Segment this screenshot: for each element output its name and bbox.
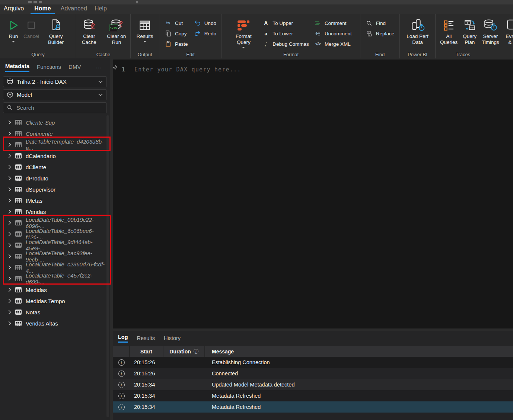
chevron-right-icon[interactable] xyxy=(8,209,11,214)
merge-xml-button[interactable]: </> Merge XML xyxy=(314,39,352,49)
clear-cache-button[interactable]: Clear Cache xyxy=(78,17,101,51)
log-row[interactable]: i 20:15:34 Updated Model Metadata detect… xyxy=(113,379,513,390)
menu-help[interactable]: Help xyxy=(91,5,111,14)
menu-arquivo[interactable]: Arquivo xyxy=(4,5,28,14)
log-header-duration[interactable]: Duration i xyxy=(163,346,205,357)
chevron-right-icon[interactable] xyxy=(8,321,11,326)
table-row[interactable]: LocalDateTable_c2360d76-fcdf-4... xyxy=(0,262,110,273)
chevron-right-icon[interactable] xyxy=(8,265,11,270)
chevron-right-icon[interactable] xyxy=(8,142,11,147)
menu-home[interactable]: Home xyxy=(31,5,54,14)
chevron-right-icon[interactable] xyxy=(8,176,11,180)
sidebar-overflow-icon[interactable]: ··· xyxy=(96,65,102,70)
tab-log[interactable]: Log xyxy=(118,334,128,343)
results-output-button[interactable]: Results xyxy=(136,17,153,51)
load-perf-data-button[interactable]: Load Perf Data xyxy=(404,17,432,51)
search-input[interactable] xyxy=(16,105,91,111)
chevron-right-icon[interactable] xyxy=(8,232,11,236)
table-row[interactable]: DateTableTemplate_d4203a8b-a... xyxy=(0,139,110,150)
format-query-caret[interactable] xyxy=(242,47,245,48)
tab-dmv[interactable]: DMV xyxy=(68,64,81,72)
uncomment-button[interactable]: Uncomment xyxy=(314,28,352,39)
format-query-button[interactable]: Format Query xyxy=(230,17,257,51)
log-start: 20:15:34 xyxy=(130,393,163,399)
undo-button[interactable]: Undo xyxy=(194,18,216,28)
comment-button[interactable]: Comment xyxy=(314,18,352,28)
chevron-right-icon[interactable] xyxy=(8,243,11,247)
query-builder-button[interactable]: Query Builder xyxy=(43,17,69,51)
database-icon xyxy=(7,78,13,85)
table-row[interactable]: Cliente-Sup xyxy=(0,117,110,128)
table-row[interactable]: dCliente xyxy=(0,161,110,173)
info-icon: i xyxy=(118,371,125,377)
log-header-start[interactable]: Start xyxy=(130,346,163,357)
model-dropdown[interactable]: Model xyxy=(3,89,107,100)
table-row[interactable]: LocalDateTable_bac93fee-9ecb-... xyxy=(0,251,110,262)
to-upper-button[interactable]: A To Upper xyxy=(262,18,309,28)
table-row[interactable]: LocalDateTable_6c06bee6-f126-... xyxy=(0,228,110,240)
query-plan-button[interactable]: Query Plan xyxy=(463,17,477,51)
tab-functions[interactable]: Functions xyxy=(37,64,61,72)
log-row[interactable]: i 20:15:34 Metadata Refreshed xyxy=(113,390,513,401)
table-row[interactable]: dSupervisor xyxy=(0,184,110,195)
run-dropdown-caret[interactable] xyxy=(12,41,15,42)
log-header-message[interactable]: Message xyxy=(205,346,513,357)
chevron-right-icon[interactable] xyxy=(8,288,11,292)
chevron-right-icon[interactable] xyxy=(8,310,11,314)
tab-history[interactable]: History xyxy=(164,335,181,343)
results-dropdown-caret[interactable] xyxy=(143,41,146,42)
table-row[interactable]: Notas xyxy=(0,307,110,318)
table-row[interactable]: fVendas xyxy=(0,206,110,217)
chevron-right-icon[interactable] xyxy=(8,165,11,169)
chevron-right-icon[interactable] xyxy=(8,154,11,158)
chevron-right-icon[interactable] xyxy=(8,299,11,303)
table-row[interactable]: Medidas xyxy=(0,284,110,295)
splitter[interactable] xyxy=(110,58,113,420)
clear-on-run-button[interactable]: AUTO Clear on Run xyxy=(104,17,129,51)
chevron-right-icon[interactable] xyxy=(8,198,11,203)
tab-results[interactable]: Results xyxy=(137,335,155,343)
dax-editor[interactable]: 1 Enter your DAX query here... xyxy=(113,60,513,328)
duration-info-icon[interactable]: i xyxy=(194,349,198,354)
pin-icon[interactable] xyxy=(113,65,118,70)
server-timings-button[interactable]: Server Timings xyxy=(482,17,499,51)
log-row[interactable]: i 20:15:26 Connected xyxy=(113,368,513,379)
chevron-right-icon[interactable] xyxy=(8,120,11,125)
table-row[interactable]: LocalDateTable_9df464eb-45e9-... xyxy=(0,240,110,251)
redo-button[interactable]: Redo xyxy=(194,28,216,39)
copy-button[interactable]: Copy xyxy=(165,28,188,39)
find-button[interactable]: Find xyxy=(366,18,395,28)
all-queries-button[interactable]: All Queries xyxy=(440,17,458,51)
table-row[interactable]: LocalDateTable_00b19c22-6096-... xyxy=(0,217,110,228)
log-row-selected[interactable]: i 20:15:34 Metadata Refreshed xyxy=(113,401,513,413)
log-row[interactable]: i 20:15:26 Establishing Connection xyxy=(113,357,513,368)
menu-advanced[interactable]: Advanced xyxy=(57,5,91,14)
table-row[interactable]: Vendas Altas xyxy=(0,318,110,329)
table-icon xyxy=(15,164,22,170)
cut-button[interactable]: ✂ Cut xyxy=(165,18,188,28)
search-box[interactable] xyxy=(3,102,107,113)
chevron-right-icon[interactable] xyxy=(8,187,11,192)
run-button[interactable]: Run xyxy=(7,17,20,51)
table-row[interactable]: dCalendario xyxy=(0,150,110,161)
paste-button[interactable]: Paste xyxy=(165,39,188,49)
table-row[interactable]: dProduto xyxy=(0,173,110,184)
to-lower-button[interactable]: a To Lower xyxy=(262,28,309,39)
debug-commas-button[interactable]: ,˙ Debug Commas xyxy=(262,39,309,49)
table-row[interactable]: LocalDateTable_e457f2c2-d699-... xyxy=(0,273,110,284)
table-icon xyxy=(15,276,22,281)
chevron-right-icon[interactable] xyxy=(8,221,11,225)
table-row[interactable]: Medidas Tempo xyxy=(0,295,110,307)
chevron-right-icon[interactable] xyxy=(8,254,11,259)
table-row[interactable]: fMetas xyxy=(0,195,110,206)
evaluate-button[interactable]: Eva & xyxy=(504,17,513,51)
sidebar-scrollbar[interactable] xyxy=(106,115,109,417)
chevron-right-icon[interactable] xyxy=(8,131,11,136)
output-tabs: Log Results History xyxy=(113,331,513,343)
tab-metadata[interactable]: Metadata xyxy=(5,63,29,72)
table-row[interactable]: Continente xyxy=(0,128,110,139)
connection-dropdown[interactable]: Trilha 2 - Início DAX xyxy=(3,76,107,87)
cancel-button[interactable]: Cancel xyxy=(23,17,39,51)
replace-button[interactable]: b c Replace xyxy=(366,28,395,39)
chevron-right-icon[interactable] xyxy=(8,276,11,281)
